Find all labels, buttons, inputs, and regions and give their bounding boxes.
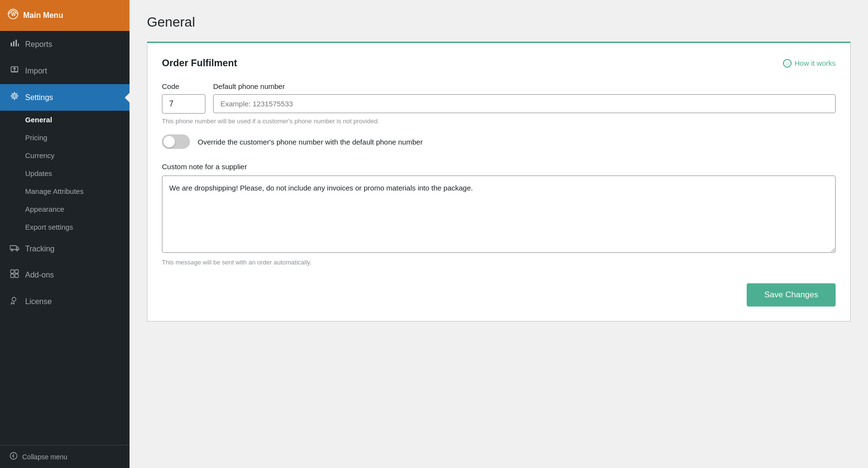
collapse-menu[interactable]: Collapse menu — [0, 445, 130, 468]
phone-label: Default phone number — [213, 82, 836, 90]
addons-label: Add-ons — [25, 271, 54, 279]
wordpress-icon: W — [8, 9, 18, 22]
save-row: Save Changes — [162, 283, 836, 307]
import-icon — [10, 65, 19, 76]
svg-rect-14 — [15, 274, 18, 278]
page-title: General — [147, 15, 851, 30]
phone-input[interactable] — [213, 94, 836, 113]
sidebar: W Main Menu Reports — [0, 0, 130, 468]
svg-rect-3 — [13, 41, 14, 46]
license-label: License — [25, 297, 52, 306]
sidebar-item-tracking[interactable]: Tracking — [0, 236, 130, 262]
order-fulfilment-card: Order Fulfilment ○ How it works Code Def… — [147, 42, 851, 322]
card-title: Order Fulfilment — [162, 58, 237, 69]
phone-group: Default phone number — [213, 82, 836, 113]
svg-point-10 — [16, 249, 18, 251]
subnav-appearance[interactable]: Appearance — [0, 200, 130, 218]
sidebar-navigation: Reports Import Settings — [0, 31, 130, 445]
code-label: Code — [162, 82, 205, 90]
subnav-currency[interactable]: Currency — [0, 146, 130, 164]
how-it-works-label: How it works — [795, 59, 836, 67]
phone-hint: This phone number will be used if a cust… — [162, 117, 836, 125]
import-label: Import — [25, 67, 47, 75]
custom-note-textarea[interactable]: We are dropshipping! Please, do not incl… — [162, 176, 836, 253]
tracking-icon — [10, 244, 19, 254]
subnav-updates[interactable]: Updates — [0, 164, 130, 182]
subnav-export-settings[interactable]: Export settings — [0, 218, 130, 236]
subnav-manage-attributes[interactable]: Manage Attributes — [0, 182, 130, 200]
subnav-general[interactable]: General — [0, 111, 130, 129]
svg-rect-5 — [18, 44, 19, 46]
settings-icon — [10, 92, 19, 103]
main-menu-title: Main Menu — [23, 11, 63, 20]
svg-rect-13 — [11, 274, 14, 278]
svg-rect-8 — [10, 246, 16, 249]
svg-rect-12 — [15, 270, 18, 273]
svg-rect-2 — [11, 43, 12, 46]
code-group: Code — [162, 82, 205, 114]
sidebar-item-import[interactable]: Import — [0, 58, 130, 84]
reports-icon — [10, 39, 19, 50]
main-content: General Order Fulfilment ○ How it works … — [130, 0, 868, 468]
addons-icon — [10, 269, 19, 280]
override-label: Override the customer's phone number wit… — [198, 138, 423, 146]
reports-label: Reports — [25, 40, 52, 49]
save-changes-button[interactable]: Save Changes — [747, 283, 836, 307]
collapse-label: Collapse menu — [22, 453, 67, 461]
code-input[interactable] — [162, 94, 205, 114]
how-it-works-link[interactable]: ○ How it works — [783, 59, 836, 68]
license-icon — [10, 296, 19, 307]
svg-point-15 — [12, 297, 16, 301]
override-toggle[interactable] — [162, 134, 190, 149]
svg-point-9 — [11, 249, 13, 251]
sidebar-item-reports[interactable]: Reports — [0, 31, 130, 58]
svg-rect-4 — [15, 40, 17, 46]
custom-note-label: Custom note for a supplier — [162, 162, 836, 171]
settings-subnav: General Pricing Currency Updates Manage … — [0, 111, 130, 236]
svg-point-7 — [14, 95, 16, 97]
phone-form-row: Code Default phone number — [162, 82, 836, 114]
settings-label: Settings — [25, 93, 53, 102]
svg-point-16 — [10, 453, 17, 459]
card-header: Order Fulfilment ○ How it works — [162, 58, 836, 69]
svg-rect-11 — [11, 270, 14, 273]
override-toggle-row: Override the customer's phone number wit… — [162, 134, 836, 149]
tracking-label: Tracking — [25, 245, 55, 253]
collapse-icon — [10, 452, 17, 461]
toggle-knob — [163, 136, 175, 147]
custom-note-hint: This message will be sent with an order … — [162, 259, 836, 266]
sidebar-item-settings[interactable]: Settings — [0, 84, 130, 111]
how-it-works-icon: ○ — [783, 59, 792, 68]
sidebar-item-addons[interactable]: Add-ons — [0, 262, 130, 288]
sidebar-item-license[interactable]: License — [0, 288, 130, 315]
main-menu-header[interactable]: W Main Menu — [0, 0, 130, 31]
subnav-pricing[interactable]: Pricing — [0, 129, 130, 146]
svg-text:W: W — [11, 12, 16, 17]
